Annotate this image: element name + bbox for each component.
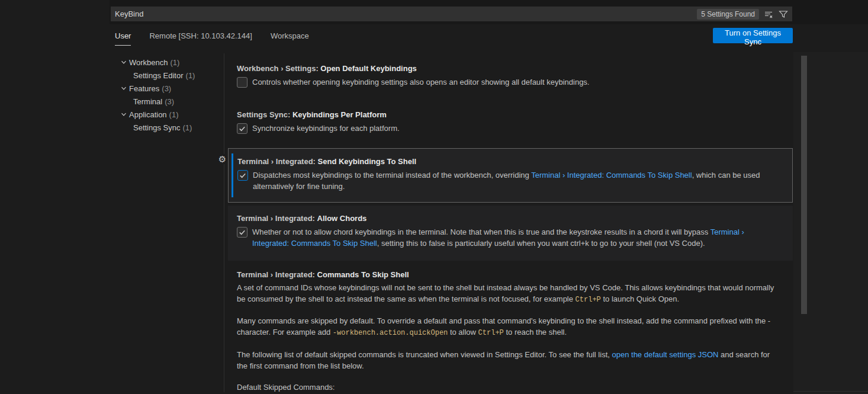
- setting-category: Terminal › Integrated:: [237, 157, 318, 166]
- code-span: -workbench.action.quickOpen: [333, 329, 448, 337]
- setting-checkbox[interactable]: [237, 170, 248, 181]
- setting-link[interactable]: open the default settings JSON: [612, 350, 718, 359]
- checkmark-icon: [239, 229, 246, 236]
- setting-description: Controls whether opening keybinding sett…: [252, 76, 589, 88]
- setting-row-open-default-keybindings[interactable]: Workbench › Settings: Open Default Keybi…: [228, 59, 793, 95]
- code-span: Ctrl+P: [576, 296, 601, 304]
- toc-item-label: Settings Editor: [133, 71, 184, 80]
- toc-item-count: (3): [165, 97, 174, 106]
- toc-item-settings-editor[interactable]: Settings Editor(1): [110, 69, 195, 82]
- toc-item-features[interactable]: Features(3): [110, 82, 171, 95]
- desc-text: , setting this to false is particularly …: [377, 239, 705, 248]
- setting-row-commands-to-skip-shell[interactable]: Terminal › Integrated: Commands To Skip …: [228, 265, 793, 394]
- settings-count-badge: 5 Settings Found: [697, 9, 759, 20]
- desc-text: to allow: [448, 328, 478, 337]
- setting-link[interactable]: Terminal › Integrated: Commands To Skip …: [531, 171, 692, 180]
- settings-scope-tabs: UserRemote [SSH: 10.103.42.144]Workspace: [115, 30, 309, 46]
- toc-item-label: Application: [129, 110, 167, 119]
- setting-description: Whether or not to allow chord keybinding…: [252, 226, 773, 249]
- search-toolbar: 5 Settings Found: [697, 9, 789, 20]
- setting-description-paragraph: The following list of default skipped co…: [237, 349, 779, 371]
- setting-title: Terminal › Integrated: Commands To Skip …: [237, 269, 779, 280]
- setting-name: Keybindings Per Platform: [292, 110, 387, 119]
- toc-item-count: (1): [169, 110, 179, 119]
- chevron-down-icon: [119, 110, 128, 119]
- setting-checkbox[interactable]: [237, 123, 247, 134]
- tab-remote-ssh[interactable]: Remote [SSH: 10.103.42.144]: [149, 30, 252, 46]
- desc-text: Controls whether opening keybinding sett…: [252, 78, 589, 87]
- code-span: Ctrl+P: [478, 329, 504, 337]
- setting-row-keybindings-per-platform[interactable]: Settings Sync: Keybindings Per PlatformS…: [228, 105, 793, 141]
- chevron-down-icon: [119, 84, 128, 93]
- desc-text: to launch Quick Open.: [601, 294, 679, 303]
- setting-description: Synchronize keybindings for each platfor…: [252, 123, 400, 134]
- setting-category: Terminal › Integrated:: [237, 214, 317, 223]
- toc-item-application[interactable]: Application(1): [110, 108, 179, 121]
- search-value: KeyBind: [115, 9, 143, 18]
- setting-description-paragraph: Default Skipped Commands:: [237, 382, 779, 393]
- filter-clear-icon[interactable]: [763, 9, 774, 20]
- chevron-down-icon: [119, 57, 128, 67]
- desc-text: A set of command IDs whose keybindings w…: [237, 283, 774, 303]
- scrollbar-thumb[interactable]: [801, 56, 807, 314]
- setting-name: Commands To Skip Shell: [317, 270, 409, 279]
- setting-title: Terminal › Integrated: Send Keybindings …: [237, 156, 778, 167]
- setting-control-line: Controls whether opening keybinding sett…: [237, 76, 779, 88]
- toc-item-label: Features: [129, 84, 159, 93]
- setting-name: Send Keybindings To Shell: [318, 157, 417, 166]
- toc-item-count: (3): [162, 84, 171, 93]
- scrollbar-gutter: [793, 52, 868, 394]
- checkmark-icon: [239, 172, 246, 179]
- desc-text: to reach the shell.: [504, 328, 567, 337]
- setting-control-line: Dispatches most keybindings to the termi…: [237, 169, 778, 192]
- setting-category: Terminal › Integrated:: [237, 270, 317, 279]
- desc-text: Dispatches most keybindings to the termi…: [253, 171, 531, 180]
- setting-title: Terminal › Integrated: Allow Chords: [237, 213, 779, 224]
- panel-divider-line: [793, 391, 868, 392]
- toc-item-workbench[interactable]: Workbench(1): [110, 56, 179, 69]
- toc-item-settings-sync[interactable]: Settings Sync(1): [110, 121, 192, 134]
- setting-row-allow-chords[interactable]: Terminal › Integrated: Allow ChordsWheth…: [228, 206, 793, 261]
- toc-item-count: (1): [171, 58, 180, 67]
- tab-user[interactable]: User: [115, 30, 131, 46]
- toc-item-label: Workbench: [129, 58, 168, 67]
- setting-name: Open Default Keybindings: [320, 64, 417, 73]
- setting-title: Settings Sync: Keybindings Per Platform: [237, 109, 779, 120]
- filter-icon[interactable]: [778, 9, 789, 20]
- setting-checkbox[interactable]: [237, 77, 247, 88]
- setting-control-line: Synchronize keybindings for each platfor…: [237, 123, 779, 134]
- setting-description-paragraph: A set of command IDs whose keybindings w…: [237, 282, 779, 306]
- desc-text: Default Skipped Commands:: [237, 383, 335, 392]
- settings-search-input[interactable]: KeyBind 5 Settings Found: [111, 7, 792, 21]
- setting-category: Workbench › Settings:: [237, 64, 320, 73]
- setting-description: Dispatches most keybindings to the termi…: [253, 169, 774, 192]
- toc-item-label: Terminal: [133, 97, 162, 106]
- desc-text: Whether or not to allow chord keybinding…: [252, 228, 711, 236]
- setting-title: Workbench › Settings: Open Default Keybi…: [237, 63, 779, 74]
- checkmark-icon: [239, 125, 246, 132]
- tab-workspace[interactable]: Workspace: [271, 30, 309, 46]
- setting-description-paragraph: Many commands are skipped by default. To…: [237, 315, 779, 339]
- modified-indicator-bar: [232, 153, 233, 197]
- setting-control-line: Whether or not to allow chord keybinding…: [237, 226, 779, 249]
- setting-row-send-keybindings-to-shell[interactable]: Terminal › Integrated: Send Keybindings …: [228, 148, 793, 203]
- toc-item-label: Settings Sync: [133, 123, 181, 132]
- setting-checkbox[interactable]: [237, 227, 247, 238]
- desc-text: The following list of default skipped co…: [237, 350, 612, 359]
- setting-gear-icon[interactable]: ⚙: [217, 154, 227, 164]
- toc-item-count: (1): [186, 71, 195, 80]
- toc-item-terminal[interactable]: Terminal(3): [110, 95, 174, 108]
- turn-on-settings-sync-button[interactable]: Turn on Settings Sync: [713, 28, 793, 43]
- toc-item-count: (1): [183, 123, 192, 132]
- setting-name: Allow Chords: [317, 214, 367, 223]
- toc-splitter[interactable]: [224, 53, 224, 392]
- setting-category: Settings Sync:: [237, 110, 292, 119]
- desc-text: Synchronize keybindings for each platfor…: [252, 124, 400, 133]
